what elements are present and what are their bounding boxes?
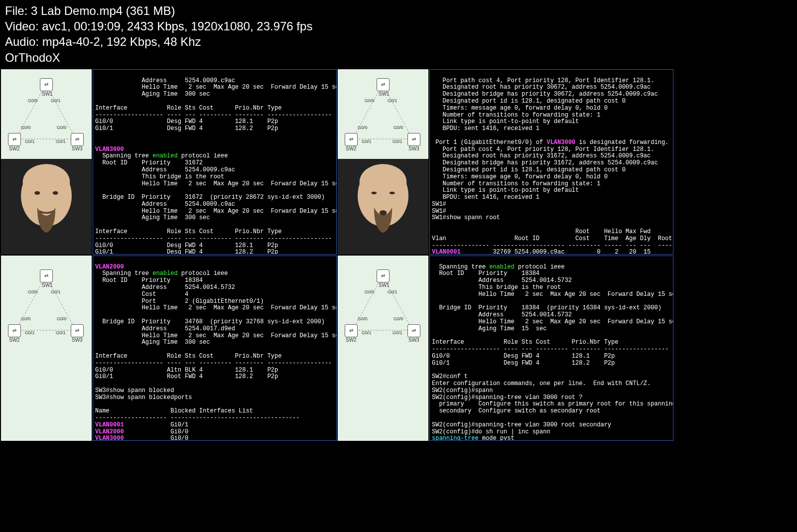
port-label: G0/0 [358, 316, 368, 321]
tag-line: OrThodoX [5, 50, 792, 65]
terminal-sw1-spanning[interactable]: Address 5254.0009.c9ac Hello Time 2 sec … [93, 69, 337, 255]
t3-line: Name Blocked Interfaces List [95, 407, 253, 414]
t4-line: This bridge is the root [432, 284, 561, 291]
vlan-row: VLAN2000 [95, 428, 124, 435]
presenter-webcam-1 [1, 159, 92, 255]
t2-line: Designated bridge has priority 30672, ad… [432, 91, 658, 98]
svg-line-20 [353, 275, 383, 330]
svg-point-6 [53, 191, 58, 194]
t3-line: Port 2 (GigabitEthernet0/1) [95, 298, 264, 305]
t3-line: protocol ieee [178, 270, 228, 277]
t4-line: Root ID Priority 18384 [432, 270, 539, 277]
t4-line: Enter configuration commands, one per li… [432, 380, 651, 387]
port-label: G0/1 [362, 139, 372, 144]
t4-line: SW2(config)#spanning-tree vlan 3000 root… [432, 394, 582, 401]
enabled-kw: enabled [152, 152, 177, 159]
svg-point-15 [380, 210, 387, 216]
t3-line: Gi0/1 Root FWD 4 128.2 P2p [95, 373, 278, 380]
t3-line: Gi0/0 [124, 428, 189, 435]
t1-line: Hello Time 2 sec Max Age 20 sec Forward … [95, 180, 337, 187]
port-label: G0/1 [388, 98, 398, 103]
svg-point-14 [390, 191, 395, 194]
svg-point-13 [371, 191, 377, 194]
t3-line: Interface Role Sts Cost Prio.Nbr Type [95, 353, 281, 360]
sw1-label: SW1 [379, 282, 390, 288]
t3-line: Gi0/0 Altn BLK 4 128.1 P2p [95, 367, 278, 374]
enabled-kw: enabled [489, 264, 514, 270]
t1-line: Gi0/1 Desg FWD 4 128.2 P2p [95, 249, 278, 254]
sw1-label: SW1 [42, 282, 53, 288]
t2-line: Link type is point-to-point by default [432, 187, 579, 194]
switch-icon: ⇄ [345, 324, 358, 337]
file-info-header: File: 3 Lab Demo.mp4 (361 MB) Video: avc… [0, 0, 797, 68]
network-topology-3: ⇄ SW1 G0/0 G0/1 ⇄ SW2 G0/0 G0/1 ⇄ SW3 G0… [1, 256, 92, 441]
cell-1-1: ⇄ SW1 G0/0 G0/1 ⇄ SW2 G0/0 G0/1 ⇄ SW3 G0… [1, 69, 92, 255]
t4-line: Gi0/1 Desg FWD 4 128.2 P2p [432, 360, 615, 367]
t2-line: ---------------- -------------------- --… [432, 242, 673, 249]
switch-icon: ⇄ [40, 269, 53, 282]
port-label: G0/0 [358, 125, 368, 130]
t2-line: Port path cost 4, Port priority 128, Por… [432, 77, 654, 84]
t2-line: SW1# [432, 208, 446, 215]
vlan-heading: VLAN3000 [95, 146, 124, 153]
port-label: G0/1 [56, 330, 66, 335]
vlan-row: VLAN3000 [95, 435, 124, 440]
t1-line: Gi0/0 Desg FWD 4 128.1 P2p [95, 242, 278, 249]
port-label: G0/0 [394, 316, 403, 321]
sw3-label: SW3 [72, 146, 83, 151]
t2-line: Number of transitions to forwarding stat… [432, 180, 600, 187]
t4-line: SW2#conf t [432, 373, 468, 380]
vlan-row: VLAN0001 [432, 249, 461, 254]
t4-line: Hello Time 2 sec Max Age 20 sec Forward … [432, 291, 673, 298]
t4-line: SW2(config)#spanning-tree vlan 3000 root… [432, 421, 611, 428]
t3-line: Root ID Priority 18384 [95, 277, 203, 284]
port-label: G0/0 [28, 98, 38, 103]
t3-line: Address 5254.0014.5732 [95, 284, 235, 291]
t1-line: Interface Role Sts Cost Prio.Nbr Type [95, 105, 281, 112]
network-topology-2: ⇄ SW1 G0/0 G0/1 ⇄ SW2 G0/0 G0/1 ⇄ SW3 G0… [338, 69, 428, 159]
port-label: G0/1 [393, 330, 402, 335]
cell-1-3: ⇄ SW1 G0/0 G0/1 ⇄ SW2 G0/0 G0/1 ⇄ SW3 G0… [338, 69, 428, 255]
port-label: G0/1 [51, 98, 61, 103]
t3-line: Hello Time 2 sec Max Age 20 sec Forward … [95, 304, 337, 311]
t1-line: Address 5254.0009.c9ac [95, 201, 235, 208]
t2-line: Vlan Root ID Cost Time Age Dly Root Port [432, 235, 673, 242]
t2-line: Number of transitions to forwarding stat… [432, 112, 600, 119]
t3-line: ------------------- ---- --- --------- -… [95, 360, 332, 367]
sw1-label: SW1 [379, 91, 390, 97]
t1-line: ------------------- ---- --- --------- -… [95, 235, 332, 242]
t1-line: Root ID Priority 31672 [95, 159, 203, 166]
t2-line: Timers: message age 0, forward delay 0, … [432, 105, 608, 112]
t4-line: Bridge ID Priority 18384 (priority 16384… [432, 304, 662, 311]
audio-line: Audio: mp4a-40-2, 192 Kbps, 48 Khz [5, 34, 792, 49]
t2-line: Designated bridge has priority 31672, ad… [432, 159, 658, 166]
t4-line: mode pvst [479, 435, 515, 440]
terminal-sw1-detail[interactable]: Port path cost 4, Port priority 128, Por… [429, 69, 673, 255]
port-label: G0/0 [394, 125, 403, 130]
svg-line-8 [353, 84, 383, 139]
t2-line: 32769 5254.0009.c9ac 0 2 20 15 [461, 249, 651, 254]
sw2-label: SW2 [346, 337, 357, 343]
t2-line: Port path cost 4, Port priority 128, Por… [432, 146, 654, 153]
t2-line: BPDU: sent 1416, received 1 [432, 194, 539, 201]
video-line: Video: avc1, 00:19:09, 2433 Kbps, 1920x1… [5, 18, 792, 34]
t1-line: Aging Time 300 sec [95, 91, 210, 98]
t3-line: Aging Time 300 sec [95, 339, 210, 346]
port-label: G0/1 [51, 289, 61, 294]
terminal-sw3-blocked[interactable]: VLAN2000 Spanning tree enabled protocol … [93, 256, 337, 441]
presenter-webcam-2 [338, 159, 428, 255]
t4-line: ------------------- ---- --- --------- -… [432, 346, 668, 353]
port-label: G0/0 [365, 289, 375, 294]
switch-icon: ⇄ [377, 269, 390, 282]
svg-point-12 [360, 164, 407, 200]
sw2-label: SW2 [9, 337, 20, 343]
sw3-label: SW3 [72, 337, 83, 343]
t2-line: SW1# [432, 201, 446, 208]
thumbnail-grid: ⇄ SW1 G0/0 G0/1 ⇄ SW2 G0/0 G0/1 ⇄ SW3 G0… [0, 68, 797, 442]
t2-line: SW1#show spann root [432, 214, 500, 221]
terminal-sw2-config[interactable]: Spanning tree enabled protocol ieee Root… [429, 256, 673, 441]
t1-line: Hello Time 2 sec Max Age 20 sec Forward … [95, 208, 337, 215]
vlan-row: VLAN0001 [95, 421, 124, 428]
sw2-label: SW2 [9, 146, 20, 151]
t3-line: -------------------- -------------------… [95, 414, 299, 421]
